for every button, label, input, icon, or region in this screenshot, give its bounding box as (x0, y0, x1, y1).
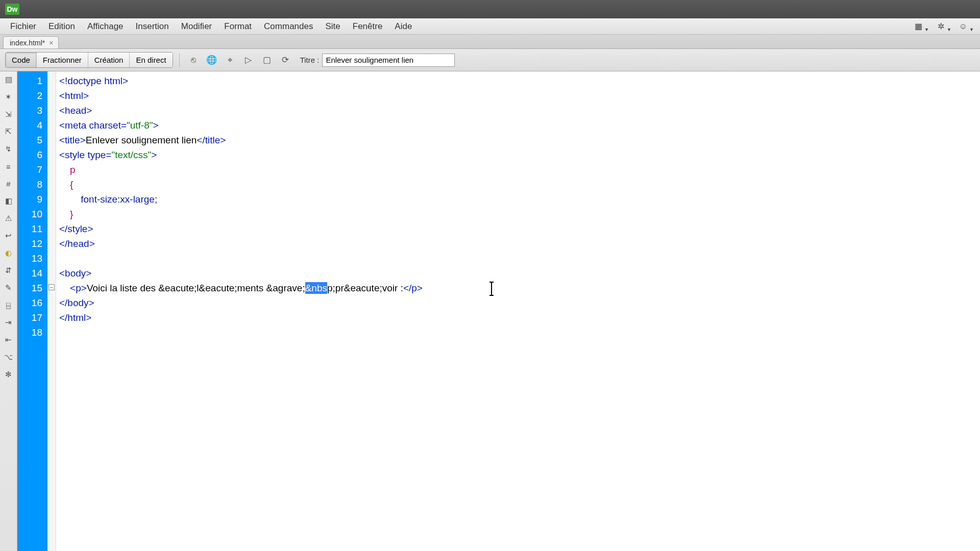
code-editor[interactable]: <!doctype html> <html> <head> <meta char… (56, 71, 980, 551)
highlight-icon[interactable]: ◧ (3, 196, 14, 206)
line-number: 5 (17, 133, 47, 147)
code-text: Enlever soulignement lien (86, 135, 197, 145)
code-text: voir : (382, 283, 403, 293)
code-side-toolbar: ▤ ✶ ⇲ ⇱ ↯ ≡ # ◧ ⚠ ↩ ◐ ⇵ ✎ ⌸ ⇥ ⇤ ⌥ ✻ (0, 71, 17, 551)
line-number: 10 (17, 207, 47, 221)
server-icon[interactable]: ⎋ (186, 53, 201, 67)
menu-site[interactable]: Site (319, 19, 346, 34)
code-text: > (151, 149, 157, 160)
code-selection: &nbs (305, 282, 327, 294)
open-docs-icon[interactable]: ▤ (3, 74, 14, 85)
inspect-icon[interactable]: ⌖ (223, 53, 238, 67)
recent-snippet-icon[interactable]: ✎ (3, 283, 14, 293)
separator (179, 53, 180, 67)
view-design-button[interactable]: Création (88, 53, 130, 67)
code-text: <title> (59, 135, 86, 145)
tab-file[interactable]: index.html* × (3, 36, 59, 48)
expand-icon[interactable]: ⇱ (3, 127, 14, 137)
code-text: "utf-8" (127, 120, 153, 131)
code-text: <!doctype html> (59, 76, 128, 86)
code-text: <body> (59, 268, 91, 279)
code-text: <meta charset= (59, 120, 127, 131)
menu-edition[interactable]: Edition (42, 19, 81, 34)
format-source-icon[interactable]: ⌥ (3, 352, 14, 362)
menu-commandes[interactable]: Commandes (258, 19, 319, 34)
layout-icon[interactable]: ▦▼ (912, 21, 925, 32)
view-code-button[interactable]: Code (6, 53, 37, 67)
line-number: 3 (17, 103, 47, 118)
line-number: 11 (17, 221, 47, 236)
view-live-button[interactable]: En direct (130, 53, 172, 67)
play-icon[interactable]: ▷ (241, 53, 256, 67)
user-icon[interactable]: ☺▼ (957, 21, 970, 32)
line-number: 18 (17, 325, 47, 340)
outdent-icon[interactable]: ⇤ (3, 335, 14, 345)
line-number: 15− (17, 281, 47, 295)
line-number-gutter: 1 2 3 4 5 6 7 8 9 10 11 12 13 14 15− 16 … (17, 71, 47, 551)
line-number: 1 (17, 73, 47, 88)
globe-icon[interactable]: 🌐 (204, 53, 219, 67)
tab-filename: index.html* (10, 39, 45, 47)
menu-fenetre[interactable]: Fenêtre (347, 19, 389, 34)
menu-aide[interactable]: Aide (388, 19, 418, 34)
code-text: <html> (59, 90, 89, 101)
menu-affichage[interactable]: Affichage (81, 19, 130, 34)
select-parent-icon[interactable]: ↯ (3, 144, 14, 154)
code-text: </html> (59, 312, 91, 323)
line-number: 7 (17, 162, 47, 177)
line-number: 13 (17, 251, 47, 266)
code-text: "text/css" (111, 149, 151, 160)
menu-fichier[interactable]: Fichier (4, 19, 42, 34)
move-css-icon[interactable]: ⌸ (3, 300, 14, 310)
code-text: <style type= (59, 149, 111, 160)
menu-insertion[interactable]: Insertion (130, 19, 175, 34)
view-split-button[interactable]: Fractionner (37, 53, 88, 67)
view-mode-group: Code Fractionner Création En direct (5, 52, 173, 68)
app-logo: Dw (5, 4, 19, 15)
line-number: 9 (17, 192, 47, 207)
star-icon[interactable]: ✶ (3, 92, 14, 102)
code-text: p (327, 283, 333, 293)
line-number: 12 (17, 236, 47, 251)
code-text: </style> (59, 223, 93, 234)
code-text: </head> (59, 238, 95, 249)
code-text: &eacute; (344, 283, 382, 293)
code-text: <head> (59, 105, 92, 116)
line-number: 17 (17, 310, 47, 325)
menu-modifier[interactable]: Modifier (175, 19, 218, 34)
syntax-error-icon[interactable]: ⚠ (3, 213, 14, 223)
tab-bar: index.html* × (0, 35, 980, 49)
code-nav-icon[interactable]: ⇵ (3, 265, 14, 276)
code-text: &eacute; (199, 283, 237, 293)
fold-toggle-icon[interactable]: − (48, 284, 55, 290)
code-text: </title> (197, 135, 226, 145)
menu-format[interactable]: Format (218, 19, 258, 34)
code-text: &eacute; (158, 283, 197, 293)
text-cursor-icon (491, 282, 492, 296)
comment-icon[interactable]: ✻ (3, 369, 14, 380)
line-numbers-icon[interactable]: # (3, 179, 14, 189)
apply-source-icon[interactable]: ◐ (3, 248, 14, 258)
indent-icon[interactable]: ⇥ (3, 317, 14, 328)
code-text: ;pr (333, 283, 344, 293)
title-input[interactable] (322, 54, 455, 67)
screen-icon[interactable]: ▢ (259, 53, 275, 67)
collapse-icon[interactable]: ⇲ (3, 109, 14, 119)
line-number: 4 (17, 118, 47, 133)
code-text: &agrave; (266, 283, 305, 293)
code-text: </p> (403, 283, 423, 293)
word-wrap-icon[interactable]: ↩ (3, 231, 14, 241)
gear-icon[interactable]: ✲▼ (934, 21, 947, 32)
tab-close-icon[interactable]: × (49, 39, 53, 47)
document-toolbar: Code Fractionner Création En direct ⎋ 🌐 … (0, 49, 980, 71)
fold-strip (47, 71, 56, 551)
balance-braces-icon[interactable]: ≡ (3, 161, 14, 171)
code-text: { (59, 179, 73, 190)
code-text: } (59, 209, 73, 219)
line-number: 6 (17, 147, 47, 162)
code-text: <p> (59, 283, 87, 293)
code-text: ments (237, 283, 266, 293)
refresh-icon[interactable]: ⟳ (278, 53, 293, 67)
line-number: 8 (17, 177, 47, 192)
line-number: 16 (17, 295, 47, 310)
